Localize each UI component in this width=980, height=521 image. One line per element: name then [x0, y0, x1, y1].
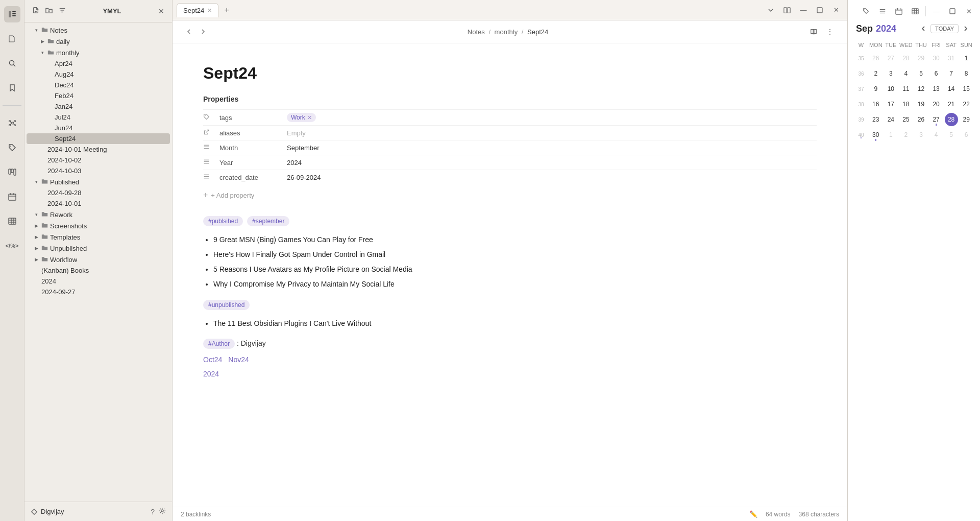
bookmark-icon[interactable]: [4, 80, 20, 96]
sidebar-item-screenshots[interactable]: ▶ Screenshots: [27, 220, 170, 231]
list-view-icon[interactable]: [875, 4, 890, 18]
oct24-link[interactable]: Oct24: [203, 356, 222, 364]
cal-day[interactable]: 2: [869, 67, 883, 80]
sort-icon[interactable]: [57, 5, 67, 17]
window-close-btn[interactable]: ✕: [962, 4, 976, 18]
backlinks-status[interactable]: 2 backlinks: [181, 511, 211, 518]
cal-day[interactable]: 5: [914, 67, 927, 80]
table-icon[interactable]: [4, 213, 20, 229]
cal-day[interactable]: 7: [945, 67, 958, 80]
hashtag-september[interactable]: #september: [247, 216, 289, 226]
new-folder-icon[interactable]: [44, 5, 54, 17]
new-note-icon[interactable]: [31, 5, 41, 17]
sidebar-item-notes[interactable]: ▾ Notes: [27, 25, 170, 36]
prev-month-button[interactable]: [917, 22, 929, 35]
cal-day[interactable]: 1: [884, 128, 897, 141]
sidebar-item-oct02[interactable]: 2024-10-02: [27, 155, 170, 165]
sidebar-item-oct03[interactable]: 2024-10-03: [27, 165, 170, 176]
cal-day[interactable]: 29: [960, 113, 973, 126]
sidebar-item-kanban-books[interactable]: (Kanban) Books: [27, 265, 170, 276]
cal-day[interactable]: 13: [929, 82, 943, 96]
cal-day[interactable]: 25: [899, 113, 913, 126]
sidebar-item-monthly[interactable]: ▾ monthly: [27, 47, 170, 58]
cal-day[interactable]: 2: [899, 128, 913, 141]
tab-sept24[interactable]: Sept24 ✕: [177, 3, 218, 17]
cal-day[interactable]: 9: [869, 82, 883, 96]
next-month-button[interactable]: [960, 22, 972, 35]
window-close-icon[interactable]: ✕: [829, 3, 843, 17]
breadcrumb-notes[interactable]: Notes: [468, 28, 485, 36]
sidebar-item-rework[interactable]: ▾ Rework: [27, 209, 170, 220]
cal-day[interactable]: 11: [899, 82, 913, 96]
sidebar-item-jul24[interactable]: Jul24: [27, 112, 170, 123]
minimize-icon[interactable]: —: [796, 3, 811, 17]
sidebar-item-feb24[interactable]: Feb24: [27, 90, 170, 101]
cal-day[interactable]: 5: [945, 128, 958, 141]
sidebar-item-aug24[interactable]: Aug24: [27, 69, 170, 80]
sidebar-item-daily[interactable]: ▶ daily: [27, 36, 170, 47]
today-button[interactable]: TODAY: [930, 24, 959, 33]
cal-day[interactable]: 21: [945, 98, 958, 111]
forward-button[interactable]: [197, 26, 209, 38]
cal-day[interactable]: 3: [884, 67, 897, 80]
sidebar-item-apr24[interactable]: Apr24: [27, 58, 170, 69]
tag-view-icon[interactable]: [859, 4, 873, 18]
dropdown-icon[interactable]: [764, 3, 778, 17]
cal-day[interactable]: 16: [869, 98, 883, 111]
sidebar-item-dec24[interactable]: Dec24: [27, 80, 170, 90]
year-link[interactable]: 2024: [203, 370, 219, 378]
tags-icon[interactable]: [4, 139, 20, 156]
calendar-view-icon[interactable]: [892, 4, 906, 18]
cal-day[interactable]: 6: [960, 128, 973, 141]
edit-icon[interactable]: ✏️: [749, 510, 757, 518]
cal-day[interactable]: 28: [899, 52, 913, 65]
graph-icon[interactable]: [4, 115, 20, 131]
tag-remove-icon[interactable]: ✕: [307, 114, 312, 121]
cal-day[interactable]: 12: [914, 82, 927, 96]
restore-icon[interactable]: [813, 3, 827, 17]
breadcrumb-monthly[interactable]: monthly: [495, 28, 518, 36]
sidebar-item-jun24[interactable]: Jun24: [27, 123, 170, 133]
search-icon[interactable]: [4, 55, 20, 72]
cal-day[interactable]: 4: [929, 128, 943, 141]
add-property-button[interactable]: + + Add property: [203, 186, 817, 204]
hashtag-unpublished[interactable]: #unpublished: [203, 300, 250, 310]
sidebar-item-workflow[interactable]: ▶ Workflow: [27, 254, 170, 265]
cal-day[interactable]: 29: [914, 52, 927, 65]
table-view-icon[interactable]: [908, 4, 922, 18]
cal-day[interactable]: 6: [929, 67, 943, 80]
calendar-icon[interactable]: [4, 188, 20, 205]
cal-day[interactable]: 10: [884, 82, 897, 96]
sidebar-item-sept24[interactable]: Sept24: [27, 133, 170, 144]
cal-day[interactable]: 27: [884, 52, 897, 65]
new-tab-button[interactable]: +: [219, 3, 234, 17]
cal-day-30[interactable]: 30•: [869, 128, 883, 141]
cal-day[interactable]: 24: [884, 113, 897, 126]
cal-day[interactable]: 1: [960, 52, 973, 65]
sidebar-item-meeting[interactable]: 2024-10-01 Meeting: [27, 144, 170, 155]
window-restore-btn[interactable]: [945, 4, 960, 18]
cal-day[interactable]: 30: [929, 52, 943, 65]
sidebar-item-2024[interactable]: 2024: [27, 276, 170, 287]
sidebar-item-jan24[interactable]: Jan24: [27, 101, 170, 112]
code-icon[interactable]: </%>: [4, 238, 20, 254]
cal-day[interactable]: 17: [884, 98, 897, 111]
cal-day-today[interactable]: 28: [945, 113, 958, 126]
files-icon[interactable]: [4, 31, 20, 47]
close-sidebar-icon[interactable]: ✕: [157, 6, 166, 17]
cal-day[interactable]: 26: [869, 52, 883, 65]
cal-day[interactable]: 18: [899, 98, 913, 111]
tab-close-icon[interactable]: ✕: [207, 7, 212, 14]
cal-day[interactable]: 31: [945, 52, 958, 65]
cal-day-27[interactable]: 27•: [929, 113, 943, 126]
cal-day[interactable]: 14: [945, 82, 958, 96]
window-minimize-btn[interactable]: —: [929, 4, 943, 18]
cal-day[interactable]: 3: [914, 128, 927, 141]
hashtag-published[interactable]: #publsihed: [203, 216, 243, 226]
cal-day[interactable]: 22: [960, 98, 973, 111]
reading-mode-icon[interactable]: [806, 25, 821, 39]
nov24-link[interactable]: Nov24: [228, 356, 249, 364]
more-options-icon[interactable]: ⋮: [823, 25, 837, 39]
sidebar-toggle-icon[interactable]: [4, 6, 20, 22]
sidebar-item-unpublished[interactable]: ▶ Unpublished: [27, 243, 170, 254]
